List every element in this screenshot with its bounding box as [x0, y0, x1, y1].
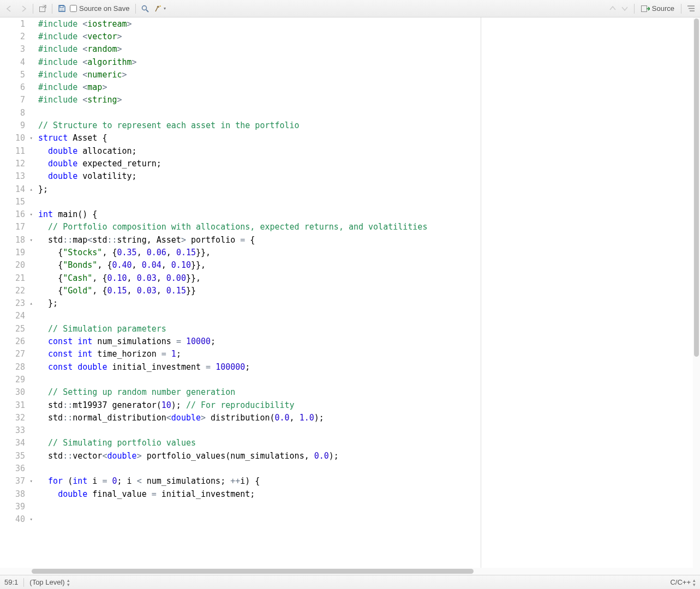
line-number[interactable]: 37▾ — [0, 476, 32, 486]
line-number[interactable]: 4 — [0, 57, 32, 67]
line-number[interactable]: 11 — [0, 146, 32, 156]
line-number[interactable]: 24 — [0, 311, 32, 321]
code-line[interactable]: 16▾int main() { — [0, 208, 481, 220]
code-line[interactable]: 28 const double initial_investment = 100… — [0, 360, 481, 373]
chunk-next-button[interactable] — [619, 3, 631, 15]
code-line[interactable]: 24 — [0, 310, 481, 322]
fold-toggle-icon[interactable]: ▾ — [30, 516, 33, 522]
line-number[interactable]: 22 — [0, 286, 32, 296]
line-number[interactable]: 5 — [0, 70, 32, 80]
source-on-save-checkbox[interactable]: Source on Save — [68, 4, 132, 13]
fold-toggle-icon[interactable]: ▾ — [30, 478, 33, 484]
save-button[interactable] — [56, 3, 68, 15]
line-number[interactable]: 28 — [0, 362, 32, 372]
code-text[interactable]: double allocation; — [32, 146, 137, 156]
nav-back-button[interactable] — [3, 3, 15, 15]
code-text[interactable]: }; — [32, 184, 48, 194]
code-text[interactable]: struct Asset { — [32, 133, 107, 143]
scrollbar-thumb[interactable] — [32, 569, 474, 574]
code-text[interactable] — [32, 514, 58, 524]
line-number[interactable]: 12 — [0, 159, 32, 169]
code-text[interactable]: double expected_return; — [32, 159, 161, 169]
code-text[interactable]: std::map<std::string, Asset> portfolio =… — [32, 235, 255, 245]
code-line[interactable]: 38 double final_value = initial_investme… — [0, 488, 481, 500]
code-text[interactable]: // Portfolio composition with allocation… — [32, 222, 427, 232]
code-line[interactable]: 13 double volatility; — [0, 170, 481, 183]
code-text[interactable]: // Setting up random number generation — [32, 387, 235, 397]
code-line[interactable]: 6#include <map> — [0, 81, 481, 93]
popout-button[interactable] — [37, 3, 49, 15]
code-line[interactable]: 1#include <iostream> — [0, 17, 481, 30]
line-number[interactable]: 9 — [0, 121, 32, 130]
code-line[interactable]: 39 — [0, 500, 481, 513]
line-number[interactable]: 2 — [0, 32, 32, 41]
line-number[interactable]: 18▾ — [0, 235, 32, 245]
code-text[interactable]: double volatility; — [32, 171, 137, 181]
code-text[interactable]: for (int i = 0; i < num_simulations; ++i… — [32, 476, 260, 486]
code-line[interactable]: 40▾ — [0, 513, 481, 526]
code-line[interactable]: 15 — [0, 195, 481, 208]
code-text[interactable]: {"Gold", {0.15, 0.03, 0.15}} — [32, 286, 196, 296]
code-text[interactable]: std::vector<double> portfolio_values(num… — [32, 451, 339, 461]
line-number[interactable]: 39 — [0, 502, 32, 512]
line-number[interactable]: 3 — [0, 44, 32, 54]
code-line[interactable]: 11 double allocation; — [0, 145, 481, 157]
code-text[interactable]: {"Stocks", {0.35, 0.06, 0.15}}, — [32, 248, 211, 257]
line-number[interactable]: 17 — [0, 222, 32, 232]
code-line[interactable]: 7#include <string> — [0, 94, 481, 106]
source-button[interactable]: Source — [638, 3, 678, 15]
code-line[interactable]: 12 double expected_return; — [0, 157, 481, 170]
code-text[interactable]: std::mt19937 generator(10); // For repro… — [32, 400, 295, 410]
line-number[interactable]: 27 — [0, 349, 32, 359]
code-text[interactable]: std::normal_distribution<double> distrib… — [32, 413, 324, 423]
nav-forward-button[interactable] — [17, 3, 29, 15]
code-text[interactable]: #include <algorithm> — [32, 57, 137, 67]
code-line[interactable]: 35 std::vector<double> portfolio_values(… — [0, 449, 481, 462]
code-line[interactable]: 30 // Setting up random number generatio… — [0, 386, 481, 399]
source-on-save-input[interactable] — [70, 5, 77, 12]
code-text[interactable]: const int num_simulations = 10000; — [32, 336, 216, 346]
code-line[interactable]: 33 — [0, 424, 481, 437]
code-line[interactable]: 27 const int time_horizon = 1; — [0, 348, 481, 360]
code-line[interactable]: 25 // Simulation parameters — [0, 322, 481, 335]
code-line[interactable]: 2#include <vector> — [0, 30, 481, 43]
scope-selector[interactable]: (Top Level) ▴▾ — [29, 578, 69, 587]
line-number[interactable]: 40▾ — [0, 514, 32, 524]
code-line[interactable]: 26 const int num_simulations = 10000; — [0, 335, 481, 347]
code-line[interactable]: 14▴}; — [0, 183, 481, 195]
code-text[interactable]: #include <numeric> — [32, 70, 127, 80]
code-line[interactable]: 5#include <numeric> — [0, 68, 481, 81]
line-number[interactable]: 30 — [0, 387, 32, 397]
line-number[interactable]: 32 — [0, 413, 32, 423]
line-number[interactable]: 19 — [0, 248, 32, 257]
code-line[interactable]: 20 {"Bonds", {0.40, 0.04, 0.10}}, — [0, 259, 481, 272]
code-text[interactable]: int main() { — [32, 209, 97, 219]
line-number[interactable]: 13 — [0, 171, 32, 181]
outline-button[interactable] — [685, 3, 697, 15]
code-text[interactable]: // Simulation parameters — [32, 324, 166, 334]
line-number[interactable]: 10▾ — [0, 133, 32, 143]
code-line[interactable]: 9// Structure to represent each asset in… — [0, 119, 481, 131]
line-number[interactable]: 6 — [0, 82, 32, 92]
code-line[interactable]: 36 — [0, 462, 481, 474]
line-number[interactable]: 31 — [0, 400, 32, 410]
line-number[interactable]: 34 — [0, 438, 32, 448]
line-number[interactable]: 15 — [0, 197, 32, 207]
code-text[interactable]: {"Bonds", {0.40, 0.04, 0.10}}, — [32, 260, 206, 270]
code-line[interactable]: 29 — [0, 373, 481, 386]
scrollbar-thumb[interactable] — [694, 19, 699, 357]
vertical-scrollbar[interactable] — [693, 17, 700, 568]
code-line[interactable]: 8 — [0, 106, 481, 119]
code-line[interactable]: 34 // Simulating portfolio values — [0, 437, 481, 449]
line-number[interactable]: 29 — [0, 375, 32, 384]
line-number[interactable]: 8 — [0, 108, 32, 118]
code-line[interactable]: 31 std::mt19937 generator(10); // For re… — [0, 399, 481, 411]
code-line[interactable]: 21 {"Cash", {0.10, 0.03, 0.00}}, — [0, 272, 481, 284]
line-number[interactable]: 33 — [0, 425, 32, 435]
code-text[interactable]: #include <string> — [32, 95, 122, 105]
chunk-prev-button[interactable] — [607, 3, 619, 15]
code-text[interactable]: // Structure to represent each asset in … — [32, 121, 300, 130]
code-text[interactable]: double final_value = initial_investment; — [32, 489, 255, 499]
fold-toggle-icon[interactable]: ▾ — [30, 212, 33, 217]
fold-toggle-icon[interactable]: ▴ — [30, 300, 33, 306]
